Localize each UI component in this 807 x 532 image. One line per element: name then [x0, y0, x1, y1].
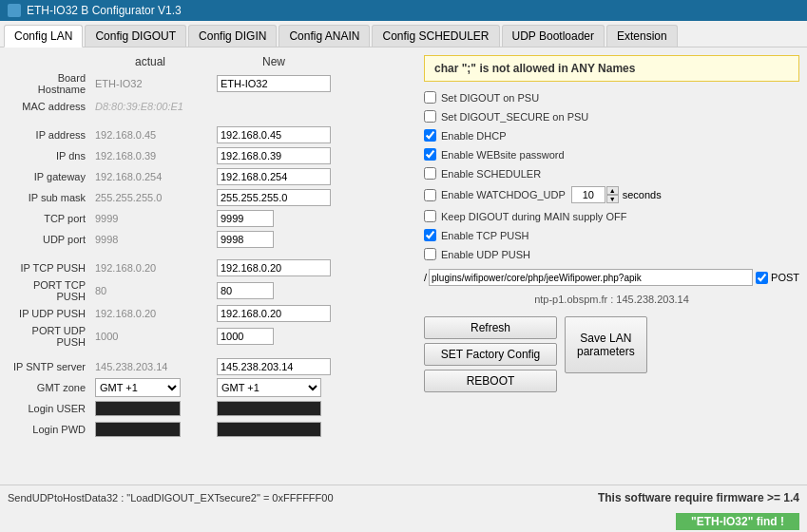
checkbox-enable-dhcp-input[interactable] — [424, 129, 436, 142]
refresh-button[interactable]: Refresh — [424, 316, 557, 339]
label-login-user: Login USER — [8, 403, 93, 414]
save-lan-button[interactable]: Save LANparameters — [565, 316, 647, 373]
actual-board-hostname: ETH-IO32 — [93, 78, 207, 89]
post-checkbox[interactable] — [756, 272, 768, 284]
tabs-bar: Config LAN Config DIGOUT Config DIGIN Co… — [0, 21, 807, 48]
checkbox-enable-watchdog-udp-input[interactable] — [424, 189, 436, 201]
new-gmt-select[interactable]: GMT +1 — [217, 378, 321, 397]
post-row: / POST — [424, 269, 799, 286]
tab-config-anain[interactable]: Config ANAIN — [279, 25, 370, 47]
set-factory-button[interactable]: SET Factory Config — [424, 343, 557, 366]
input-ip-tcp-push[interactable] — [217, 259, 331, 276]
row-mac-address: MAC address D8:80:39:E8:00:E1 — [8, 97, 416, 116]
input-ip-udp-push[interactable] — [217, 305, 331, 322]
checkbox-keep-digout-input[interactable] — [424, 210, 436, 222]
checkbox-set-digout-psu-label: Set DIGOUT on PSU — [441, 92, 539, 104]
watchdog-value[interactable] — [571, 186, 605, 203]
actual-ip-tcp-push: 192.168.0.20 — [93, 262, 207, 274]
actual-udp-port: 9998 — [93, 234, 207, 245]
warning-text: char ";" is not allowed in ANY Names — [434, 62, 635, 75]
checkbox-enable-tcp-push-label: Enable TCP PUSH — [441, 230, 529, 241]
checkbox-enable-watchdog-udp: Enable WATCHDOG_UDP ▲ ▼ seconds — [424, 186, 799, 203]
checkbox-set-digout-secure-psu-input[interactable] — [424, 110, 436, 123]
input-ip-dns[interactable] — [217, 147, 331, 164]
tab-config-scheduler[interactable]: Config SCHEDULER — [372, 25, 499, 47]
seconds-label: seconds — [623, 189, 662, 200]
header-new: New — [217, 55, 331, 68]
watchdog-spinner: ▲ ▼ — [571, 186, 619, 203]
row-ip-sub-mask: IP sub mask 255.255.255.0 — [8, 188, 416, 207]
checkbox-enable-dhcp-label: Enable DHCP — [441, 130, 506, 142]
actual-ip-sub-mask: 255.255.255.0 — [93, 192, 207, 203]
input-udp-port[interactable] — [217, 231, 274, 248]
row-port-tcp-push: PORT TCP PUSH 80 — [8, 279, 416, 302]
actual-port-udp-push: 1000 — [93, 331, 207, 342]
checkbox-enable-scheduler-input[interactable] — [424, 167, 436, 180]
label-ip-tcp-push: IP TCP PUSH — [8, 262, 93, 274]
actual-tcp-port: 9999 — [93, 213, 207, 224]
row-port-udp-push: PORT UDP PUSH 1000 — [8, 325, 416, 348]
input-ip-gateway[interactable] — [217, 168, 331, 185]
checkbox-enable-website-pwd-label: Enable WEBsite password — [441, 149, 565, 161]
label-ip-dns: IP dns — [8, 150, 93, 162]
left-panel: actual New Board Hostname ETH-IO32 MAC a… — [8, 55, 416, 465]
post-label: POST — [771, 272, 799, 283]
tab-config-lan[interactable]: Config LAN — [4, 25, 83, 48]
row-login-pwd: Login PWD — [8, 420, 416, 439]
input-port-tcp-push[interactable] — [217, 282, 274, 299]
actual-ip-sntp: 145.238.203.14 — [93, 361, 207, 372]
tab-extension[interactable]: Extension — [606, 25, 678, 47]
actual-gmt-zone: GMT +1 — [93, 378, 207, 397]
row-ip-dns: IP dns 192.168.0.39 — [8, 146, 416, 165]
checkbox-enable-tcp-push: Enable TCP PUSH — [424, 229, 799, 241]
reboot-button[interactable]: REBOOT — [424, 370, 557, 392]
tab-udp-bootloader[interactable]: UDP Bootloader — [502, 25, 605, 47]
ntp-text: ntp-p1.obspm.fr : 145.238.203.14 — [424, 294, 799, 305]
row-ip-address: IP address 192.168.0.45 — [8, 125, 416, 144]
actual-login-user — [93, 401, 207, 416]
label-ip-udp-push: IP UDP PUSH — [8, 308, 93, 319]
tab-config-digin[interactable]: Config DIGIN — [188, 25, 277, 47]
checkbox-enable-dhcp: Enable DHCP — [424, 129, 799, 142]
firmware-text: This software require firmware >= 1.4 — [598, 491, 799, 504]
actual-login-pwd — [93, 422, 207, 437]
input-port-udp-push[interactable] — [217, 328, 274, 345]
label-board-hostname: Board Hostname — [8, 72, 93, 95]
tab-config-digout[interactable]: Config DIGOUT — [85, 25, 186, 47]
input-tcp-port[interactable] — [217, 210, 274, 227]
label-ip-sub-mask: IP sub mask — [8, 192, 93, 203]
input-ip-address[interactable] — [217, 126, 331, 143]
watchdog-spinner-arrows: ▲ ▼ — [606, 186, 619, 203]
checkbox-enable-tcp-push-input[interactable] — [424, 229, 436, 241]
label-port-tcp-push: PORT TCP PUSH — [8, 279, 93, 302]
watchdog-down-arrow[interactable]: ▼ — [606, 195, 619, 203]
input-board-hostname[interactable] — [217, 75, 331, 92]
checkbox-enable-udp-push: Enable UDP PUSH — [424, 248, 799, 260]
checkbox-enable-udp-push-input[interactable] — [424, 248, 436, 260]
right-panel: char ";" is not allowed in ANY Names Set… — [424, 55, 799, 465]
label-mac-address: MAC address — [8, 101, 93, 112]
label-tcp-port: TCP port — [8, 213, 93, 224]
post-url-input[interactable] — [429, 269, 753, 286]
status-bar-bottom: "ETH-IO32" find ! — [0, 510, 807, 532]
label-gmt-zone: GMT zone — [8, 382, 93, 393]
row-board-hostname: Board Hostname ETH-IO32 — [8, 72, 416, 95]
row-gmt-zone: GMT zone GMT +1 GMT +1 — [8, 378, 416, 397]
checkbox-set-digout-psu-input[interactable] — [424, 91, 436, 104]
actual-gmt-select[interactable]: GMT +1 — [95, 378, 181, 397]
input-ip-sntp[interactable] — [217, 358, 331, 375]
status-command: SendUDPtoHostData32 : "LoadDIGOUT_EXTsec… — [8, 492, 598, 504]
watchdog-up-arrow[interactable]: ▲ — [606, 186, 619, 195]
row-tcp-port: TCP port 9999 — [8, 209, 416, 228]
checkbox-set-digout-psu: Set DIGOUT on PSU — [424, 91, 799, 104]
row-udp-port: UDP port 9998 — [8, 230, 416, 249]
checkbox-enable-website-pwd-input[interactable] — [424, 148, 436, 161]
checkbox-enable-udp-push-label: Enable UDP PUSH — [441, 249, 530, 260]
header-actual: actual — [93, 55, 207, 68]
input-ip-sub-mask[interactable] — [217, 189, 331, 206]
checkbox-enable-website-pwd: Enable WEBsite password — [424, 148, 799, 161]
warning-box: char ";" is not allowed in ANY Names — [424, 55, 799, 82]
checkbox-keep-digout: Keep DIGOUT during MAIN supply OFF — [424, 210, 799, 222]
title-bar-icon — [8, 4, 21, 17]
label-port-udp-push: PORT UDP PUSH — [8, 325, 93, 348]
